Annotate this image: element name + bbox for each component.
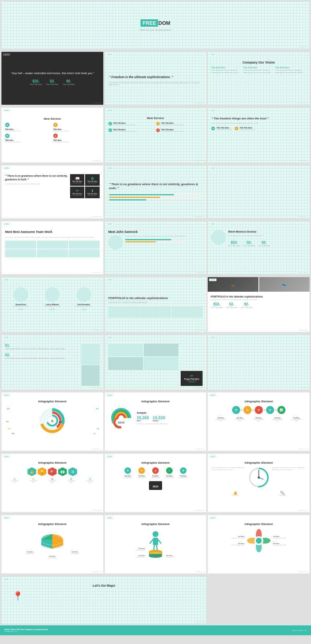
- stat-num-2: 50.: [46, 79, 58, 83]
- hl-desc-3: Lorem ipsum dolor: [47, 480, 57, 483]
- pi-desc-3: Lorem ipsum dolor: [166, 556, 181, 558]
- slide-meet-john: SLIDE Meet John Samrock Lorem ipsum dolo…: [105, 221, 207, 274]
- service-desc-1: Lorem ipsum dolor sit amet: [5, 130, 51, 132]
- svg-line-20: [158, 540, 161, 543]
- watermark: yourwebsite.com: [195, 387, 205, 388]
- list-item-1: 01. Lorem ipsum dolor sit amet consectet…: [5, 344, 79, 350]
- stats-row: $50. Your Title Here 50. Your Title Here…: [30, 79, 75, 85]
- rainbow-svg-wrap: 2016: [108, 405, 134, 431]
- numbered-list-content: 01. Lorem ipsum dolor sit amet consectet…: [5, 344, 79, 386]
- watermark: yourwebsite.com: [92, 571, 101, 572]
- facebook-icon-1: f: [20, 308, 21, 310]
- progress-bars: [109, 193, 202, 202]
- hex-labels: 01 Lorem ipsum dolor 02 Lorem ipsum dolo…: [5, 478, 100, 483]
- watermark: yourwebsite.com: [92, 510, 101, 511]
- watermark: yourwebsite.com: [195, 329, 205, 331]
- linkedin-icon-2: in: [53, 308, 55, 310]
- service-icon-b: ★: [156, 122, 160, 126]
- watermark: yourwebsite.com: [195, 571, 205, 572]
- slide-team-circles: SLIDE Donald Fere Custom Analytics Skill…: [1, 277, 103, 332]
- slide-number: SLIDE: [209, 279, 216, 281]
- service-icon-d: ♥: [156, 129, 160, 132]
- rainbow-num-2: 10,329: [153, 415, 165, 420]
- tl-desc-1: Lorem ipsum dolor: [122, 477, 133, 478]
- service-icon-1: ⊕: [5, 123, 9, 127]
- vision-columns: Text Title Here Lorem ipsum dolor sit am…: [211, 66, 306, 73]
- service-item-4: ♥ Title Here Lorem ipsum dolor sit amet: [53, 134, 100, 143]
- pg-img-2: [144, 344, 178, 356]
- svg-rect-18: [153, 538, 158, 545]
- connector-3: [264, 410, 265, 410]
- num-img-1: [81, 344, 100, 364]
- connector-1: [241, 410, 242, 410]
- cl-desc-2: Lorem ipsum dolor sit amet.: [234, 419, 245, 422]
- clock-content: Lorem ipsum dolor sit amet consectetur a…: [211, 467, 306, 488]
- quote-dark-subtext: Lorem ipsum dolor sit amet consectetur a…: [5, 183, 68, 185]
- monica-stat-label-3: Your Title Here: [258, 245, 270, 247]
- watermark: yourwebsite.com: [195, 216, 205, 217]
- dark-icon-3: ✏: [76, 189, 79, 193]
- bar-fill-2: [109, 197, 160, 198]
- logo-free: FREE: [141, 19, 158, 27]
- stat-label-1: Your Title Here: [30, 83, 42, 85]
- bar-bg-2: [109, 197, 202, 198]
- slide-infographic-3d: SLIDE Infographic Element Text Here Lore…: [1, 515, 103, 574]
- service-desc-a: Lorem ipsum dolor sit amet consectetur: [113, 124, 135, 126]
- slide-number: SLIDE: [106, 279, 114, 281]
- analyze-label: Analyze: [137, 411, 168, 414]
- slide-number: SLIDE: [209, 394, 216, 396]
- watermark: yourwebsite.com: [92, 160, 101, 161]
- member-role-1: Custom Analytics Skills Here: [13, 306, 29, 307]
- slide-meet-team: SLIDE Meet Best Awesome Team Work Lorem …: [1, 221, 103, 274]
- hex-2: 💡: [38, 467, 46, 476]
- ps-2: 50. Your Title Here: [226, 302, 238, 308]
- si-t2: ★: [235, 127, 238, 130]
- john-bar-1: [125, 239, 187, 240]
- slide-number: SLIDE: [209, 53, 216, 56]
- cl-desc-3: Lorem ipsum dolor sit amet.: [253, 419, 264, 422]
- pg-img-3: [108, 357, 143, 370]
- tl-desc-2: Lorem ipsum dolor: [136, 477, 147, 478]
- twitter-icon-3: t: [82, 308, 82, 310]
- john-bar-fill-1: [125, 239, 171, 240]
- dark-thumb-3: ✏ Title Title Here Lorem ipsum dolor: [70, 187, 84, 198]
- slide-infographic-person: SLIDE Infographic Element Text Here Lore…: [105, 515, 207, 574]
- portfolio-grid: [108, 307, 203, 318]
- watermark: yourwebsite.com: [195, 448, 205, 450]
- freedom-things-quote: " The freedom things are often the trust…: [211, 116, 306, 120]
- rainbow-label-2: FEMALE: [153, 420, 165, 422]
- slide-freedom-quote: SLIDE " Freedom is the ultimate sophisti…: [105, 52, 207, 105]
- portfolio-grid-imgs: [108, 344, 179, 370]
- box-desc-2: Lorem ipsum dolor: [68, 553, 81, 554]
- service-item-2: ★ Title Here Lorem ipsum dolor sit amet: [53, 123, 100, 132]
- watermark: yourwebsite.com: [299, 216, 308, 217]
- num-img-2: [81, 365, 100, 386]
- connector-2: [253, 410, 254, 410]
- watermark: yourwebsite.com: [92, 329, 101, 331]
- slide-infographic-rainbow: SLIDE Infographic Element 2016 Analyze 1…: [105, 392, 207, 451]
- service-item-1: ⊕ Title Here Lorem ipsum dolor sit amet: [5, 123, 51, 132]
- portfolio-photos-content: PORTFOLIO is the ultimate sophistication…: [208, 293, 310, 311]
- monica-stat-label-1: Your Title Here: [228, 245, 240, 247]
- monica-stats: $50. Your Title Here 50. Your Title Here…: [228, 241, 270, 247]
- slide-number: SLIDE: [209, 109, 216, 112]
- facebook-icon-2: f: [51, 308, 52, 310]
- watermark: yourwebsite.com: [299, 272, 308, 273]
- list-num-2: 02.: [5, 353, 79, 357]
- pg-img-1: [108, 344, 143, 356]
- watermark: yourwebsite.com: [299, 329, 308, 331]
- bar-bg-1: [109, 194, 202, 195]
- watermark: yourwebsite.com: [299, 571, 308, 572]
- stat-num-1: $50.: [30, 79, 42, 83]
- slide-quote-progress: SLIDE " There is no greatness where ther…: [105, 165, 207, 218]
- slide-portfolio-text: SLIDE PORTFOLIO is the ultimate sophisti…: [105, 277, 207, 332]
- dark-thumb-4: ⬇ Title Title Here Lorem ipsum dolor: [85, 187, 99, 198]
- slide-number: SLIDE: [3, 53, 10, 56]
- member-social-2: t f in: [44, 308, 61, 310]
- tl-circle-2: ★: [138, 467, 145, 474]
- watermark: yourwebsite.com: [195, 160, 205, 161]
- watermark: yourwebsite.com: [195, 272, 205, 273]
- monica-stat-num-2: 50.: [243, 241, 255, 245]
- member-avatar-1: [14, 287, 28, 302]
- svg-point-33: [256, 538, 262, 544]
